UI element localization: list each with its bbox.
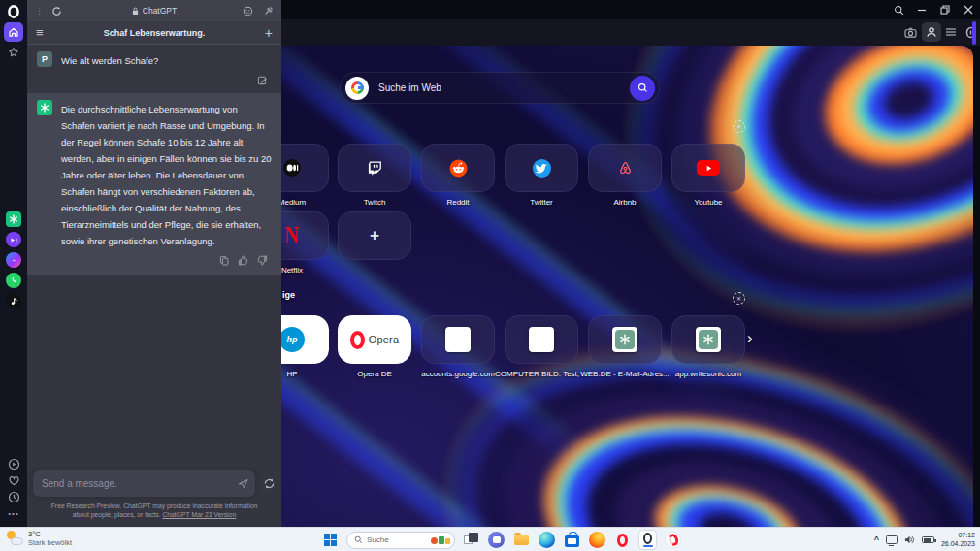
speed-dial-computerbild[interactable]: COMPUTER BILD: Test, ... — [505, 315, 578, 378]
heart-icon — [8, 474, 20, 487]
speed-dial-toolbar — [281, 19, 980, 46]
teams-chat-button[interactable] — [487, 531, 506, 549]
taskbar-clock[interactable]: 07:12 26.04.2023 — [941, 532, 975, 548]
taskbar-search-box[interactable] — [346, 532, 455, 549]
lock-icon — [132, 7, 139, 16]
speed-dial-youtube[interactable]: Youtube — [671, 144, 745, 207]
message-input[interactable] — [33, 478, 255, 489]
panel-reload-button[interactable] — [51, 6, 62, 16]
speed-dial-opera-de[interactable]: Opera Opera DE — [338, 315, 411, 378]
copy-message-button[interactable] — [219, 255, 229, 266]
tiles-scroll-right-button[interactable]: › — [747, 330, 753, 346]
home-icon — [8, 26, 19, 38]
search-submit-button[interactable] — [630, 76, 655, 101]
speed-dial-airbnb[interactable]: Airbnb — [588, 144, 662, 207]
new-chat-button[interactable]: + — [265, 26, 273, 40]
opera-active-icon — [638, 530, 657, 550]
dial-label: Netflix — [281, 266, 346, 275]
opera-menu-button[interactable] — [4, 2, 23, 21]
speed-dial-webde[interactable]: WEB.DE - E-Mail-Adres... — [588, 315, 662, 378]
speed-dial-reddit[interactable]: Reddit — [421, 144, 495, 207]
regenerate-button[interactable] — [263, 477, 276, 490]
page-scrollbar[interactable] — [972, 21, 976, 45]
chatgpt-disclaimer: Free Research Preview. ChatGPT may produ… — [33, 497, 276, 527]
speed-dial-twitter[interactable]: Twitter — [505, 144, 578, 207]
opera-beta-icon — [665, 532, 681, 548]
taskbar-center-icons — [321, 528, 682, 551]
sidebar-more-button[interactable]: ••• — [4, 503, 23, 523]
edge-button[interactable] — [538, 531, 556, 549]
close-button[interactable] — [959, 2, 978, 17]
network-icon[interactable] — [886, 535, 898, 544]
thumbs-down-button[interactable] — [257, 255, 268, 266]
web-search-input[interactable] — [369, 82, 630, 93]
bookmarks-list-button[interactable] — [941, 22, 961, 42]
speed-dial-twitch[interactable]: Twitch — [338, 144, 411, 207]
tray-expand-button[interactable]: ^ — [874, 535, 879, 544]
chat-empty-area — [27, 275, 281, 467]
add-speed-dial-tile[interactable]: + — [338, 211, 411, 260]
star-icon — [8, 47, 19, 58]
maximize-button[interactable] — [935, 2, 955, 17]
speed-dial-netflix[interactable]: N Netflix — [281, 211, 329, 275]
computerbild-favicon — [445, 327, 471, 352]
chat-header: ≡ Schaf Lebenserwartung. + — [27, 21, 281, 45]
thumbs-up-button[interactable] — [238, 255, 248, 266]
clock-icon — [8, 491, 20, 503]
opera-wordmark: Opera — [369, 334, 400, 345]
firefox-button[interactable] — [588, 531, 606, 549]
system-tray: ^ 07:12 26.04.2023 — [874, 528, 975, 551]
search-highlights-icon — [431, 536, 450, 544]
sidebar-item-messenger[interactable] — [4, 250, 23, 270]
window-search-button[interactable] — [889, 2, 908, 17]
medium-icon — [282, 158, 302, 178]
battery-icon[interactable] — [922, 536, 934, 543]
opera-beta-button[interactable] — [664, 531, 682, 549]
sidebar-item-tiktok[interactable] — [4, 291, 23, 310]
section-heading-fragment: ige — [282, 290, 295, 300]
sidebar-item-chatsonic[interactable] — [4, 230, 23, 249]
sidebar-item-speed-dial[interactable] — [4, 22, 23, 42]
task-view-button[interactable] — [462, 531, 480, 549]
send-icon[interactable] — [238, 478, 248, 489]
web-search-bar — [340, 72, 660, 104]
store-icon — [565, 535, 579, 547]
panel-emoji-button[interactable] — [243, 6, 253, 16]
opera-active-button[interactable] — [638, 531, 657, 549]
wallpaper-emblem: ✕ — [733, 120, 745, 133]
speed-dial-writesonic[interactable]: app.writesonic.com — [671, 315, 745, 378]
sidebar-item-chatgpt[interactable] — [4, 210, 23, 229]
chatgpt-icon — [6, 211, 21, 227]
opera-taskbar-button[interactable] — [613, 531, 632, 549]
file-explorer-button[interactable] — [512, 531, 531, 549]
chatgpt-thumbnail-icon — [696, 327, 721, 352]
clock-date: 26.04.2023 — [941, 540, 975, 549]
minimize-button[interactable] — [912, 2, 931, 17]
edit-message-button[interactable] — [257, 75, 268, 85]
sidebar-item-bookmarks[interactable] — [4, 43, 23, 62]
sidebar-item-whatsapp[interactable] — [4, 271, 23, 290]
taskbar-search-input[interactable] — [367, 535, 427, 544]
dial-label: Youtube — [654, 198, 763, 207]
volume-icon[interactable] — [904, 535, 915, 545]
taskbar-weather-widget[interactable]: 3°C Stark bewölkt — [6, 530, 72, 547]
chatgpt-thumbnail-icon — [612, 327, 637, 352]
panel-drag-handle-icon[interactable]: ⋮ — [35, 6, 44, 16]
microsoft-store-button[interactable] — [563, 531, 581, 549]
chatgpt-panel: ⋮ ChatGPT ≡ Schaf Lebenserwartung. + — [27, 0, 281, 527]
panel-pin-button[interactable] — [263, 6, 274, 16]
speed-dial-page: ✕ ✕ Medium Twitch Reddit — [281, 46, 973, 527]
speed-dial-google-accounts[interactable]: accounts.google.com — [421, 315, 495, 378]
twitch-icon — [367, 160, 383, 177]
opera-logo-icon — [7, 5, 20, 18]
computerbild-favicon — [529, 327, 554, 352]
opera-de-icon — [350, 331, 365, 349]
easy-setup-button[interactable] — [961, 22, 980, 42]
snapshot-button[interactable] — [900, 22, 920, 42]
profile-button[interactable] — [922, 22, 941, 42]
start-button[interactable] — [321, 531, 340, 549]
youtube-icon — [697, 160, 720, 176]
reddit-icon — [449, 159, 468, 178]
chatgpt-version-link[interactable]: ChatGPT Mar 23 Version — [162, 511, 236, 518]
edge-icon — [539, 532, 555, 548]
